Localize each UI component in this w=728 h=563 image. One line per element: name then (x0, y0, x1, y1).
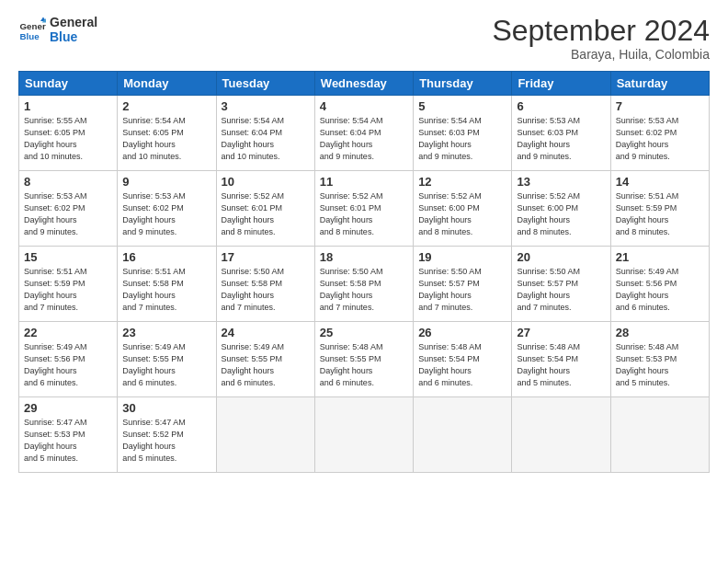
week-row-5: 29 Sunrise: 5:47 AMSunset: 5:53 PMDaylig… (19, 397, 710, 473)
day-number: 17 (222, 250, 310, 264)
cell-info: Sunrise: 5:53 AMSunset: 6:02 PMDaylight … (24, 191, 87, 236)
logo: General Blue General Blue (18, 15, 97, 44)
day-number: 18 (320, 250, 408, 264)
cell-info: Sunrise: 5:51 AMSunset: 5:58 PMDaylight … (122, 267, 186, 312)
cell-info: Sunrise: 5:49 AMSunset: 5:56 PMDaylight … (24, 342, 87, 387)
logo-icon: General Blue (18, 16, 46, 43)
cell-info: Sunrise: 5:50 AMSunset: 5:58 PMDaylight … (222, 267, 285, 312)
calendar-cell: 25 Sunrise: 5:48 AMSunset: 5:55 PMDaylig… (314, 322, 413, 397)
calendar-cell: 4 Sunrise: 5:54 AMSunset: 6:04 PMDayligh… (314, 96, 413, 171)
calendar-cell: 9 Sunrise: 5:53 AMSunset: 6:02 PMDayligh… (118, 171, 216, 247)
day-number: 27 (517, 326, 605, 339)
day-number: 3 (222, 99, 310, 113)
calendar-cell: 22 Sunrise: 5:49 AMSunset: 5:56 PMDaylig… (19, 322, 118, 397)
cell-info: Sunrise: 5:54 AMSunset: 6:04 PMDaylight … (320, 116, 383, 161)
day-number: 19 (418, 250, 506, 264)
cell-info: Sunrise: 5:47 AMSunset: 5:52 PMDaylight … (122, 418, 186, 463)
col-header-monday: Monday (118, 72, 216, 96)
cell-info: Sunrise: 5:54 AMSunset: 6:04 PMDaylight … (222, 116, 285, 161)
calendar-cell: 27 Sunrise: 5:48 AMSunset: 5:54 PMDaylig… (512, 322, 610, 397)
cell-info: Sunrise: 5:52 AMSunset: 6:00 PMDaylight … (418, 191, 482, 236)
svg-text:General: General (20, 21, 47, 31)
cell-info: Sunrise: 5:52 AMSunset: 6:00 PMDaylight … (517, 191, 580, 236)
day-number: 11 (320, 175, 408, 189)
calendar-cell: 16 Sunrise: 5:51 AMSunset: 5:58 PMDaylig… (118, 247, 216, 322)
calendar-cell: 13 Sunrise: 5:52 AMSunset: 6:00 PMDaylig… (512, 171, 610, 247)
cell-info: Sunrise: 5:51 AMSunset: 5:59 PMDaylight … (616, 191, 679, 236)
svg-text:Blue: Blue (20, 31, 40, 41)
col-header-tuesday: Tuesday (216, 72, 314, 96)
day-number: 24 (222, 326, 310, 339)
calendar-table: SundayMondayTuesdayWednesdayThursdayFrid… (18, 71, 710, 473)
calendar-cell: 17 Sunrise: 5:50 AMSunset: 5:58 PMDaylig… (216, 247, 314, 322)
week-row-3: 15 Sunrise: 5:51 AMSunset: 5:59 PMDaylig… (19, 247, 710, 322)
calendar-cell (610, 397, 709, 473)
cell-info: Sunrise: 5:50 AMSunset: 5:57 PMDaylight … (517, 267, 580, 312)
day-number: 26 (418, 326, 506, 339)
calendar-cell (414, 397, 512, 473)
calendar-cell: 15 Sunrise: 5:51 AMSunset: 5:59 PMDaylig… (19, 247, 118, 322)
calendar-cell: 24 Sunrise: 5:49 AMSunset: 5:55 PMDaylig… (216, 322, 314, 397)
calendar-cell: 7 Sunrise: 5:53 AMSunset: 6:02 PMDayligh… (610, 96, 709, 171)
day-number: 7 (616, 99, 704, 113)
calendar-cell: 1 Sunrise: 5:55 AMSunset: 6:05 PMDayligh… (19, 96, 118, 171)
col-header-sunday: Sunday (19, 72, 118, 96)
day-number: 4 (320, 99, 408, 113)
calendar-header-row: SundayMondayTuesdayWednesdayThursdayFrid… (19, 72, 710, 96)
cell-info: Sunrise: 5:49 AMSunset: 5:56 PMDaylight … (616, 267, 679, 312)
day-number: 1 (24, 99, 112, 113)
logo-line2: Blue (50, 29, 97, 44)
day-number: 16 (122, 250, 210, 264)
calendar-cell: 23 Sunrise: 5:49 AMSunset: 5:55 PMDaylig… (118, 322, 216, 397)
cell-info: Sunrise: 5:50 AMSunset: 5:57 PMDaylight … (418, 267, 482, 312)
cell-info: Sunrise: 5:53 AMSunset: 6:02 PMDaylight … (122, 191, 186, 236)
cell-info: Sunrise: 5:50 AMSunset: 5:58 PMDaylight … (320, 267, 383, 312)
cell-info: Sunrise: 5:53 AMSunset: 6:03 PMDaylight … (517, 116, 580, 161)
cell-info: Sunrise: 5:49 AMSunset: 5:55 PMDaylight … (222, 342, 285, 387)
col-header-thursday: Thursday (414, 72, 512, 96)
cell-info: Sunrise: 5:55 AMSunset: 6:05 PMDaylight … (24, 116, 87, 161)
cell-info: Sunrise: 5:48 AMSunset: 5:54 PMDaylight … (418, 342, 482, 387)
location-subtitle: Baraya, Huila, Colombia (492, 47, 710, 62)
calendar-cell: 21 Sunrise: 5:49 AMSunset: 5:56 PMDaylig… (610, 247, 709, 322)
cell-info: Sunrise: 5:48 AMSunset: 5:53 PMDaylight … (616, 342, 679, 387)
day-number: 29 (24, 401, 112, 415)
header: General Blue General Blue September 2024… (18, 15, 710, 62)
cell-info: Sunrise: 5:54 AMSunset: 6:03 PMDaylight … (418, 116, 482, 161)
col-header-saturday: Saturday (610, 72, 709, 96)
calendar-cell: 2 Sunrise: 5:54 AMSunset: 6:05 PMDayligh… (118, 96, 216, 171)
calendar-cell: 30 Sunrise: 5:47 AMSunset: 5:52 PMDaylig… (118, 397, 216, 473)
day-number: 23 (122, 326, 210, 339)
cell-info: Sunrise: 5:52 AMSunset: 6:01 PMDaylight … (320, 191, 383, 236)
calendar-cell (512, 397, 610, 473)
week-row-1: 1 Sunrise: 5:55 AMSunset: 6:05 PMDayligh… (19, 96, 710, 171)
day-number: 30 (122, 401, 210, 415)
day-number: 8 (24, 175, 112, 189)
col-header-wednesday: Wednesday (314, 72, 413, 96)
calendar-cell: 26 Sunrise: 5:48 AMSunset: 5:54 PMDaylig… (414, 322, 512, 397)
calendar-cell: 3 Sunrise: 5:54 AMSunset: 6:04 PMDayligh… (216, 96, 314, 171)
calendar-cell: 20 Sunrise: 5:50 AMSunset: 5:57 PMDaylig… (512, 247, 610, 322)
day-number: 25 (320, 326, 408, 339)
day-number: 12 (418, 175, 506, 189)
day-number: 28 (616, 326, 704, 339)
calendar-cell: 8 Sunrise: 5:53 AMSunset: 6:02 PMDayligh… (19, 171, 118, 247)
calendar-cell: 29 Sunrise: 5:47 AMSunset: 5:53 PMDaylig… (19, 397, 118, 473)
day-number: 9 (122, 175, 210, 189)
col-header-friday: Friday (512, 72, 610, 96)
day-number: 14 (616, 175, 704, 189)
cell-info: Sunrise: 5:51 AMSunset: 5:59 PMDaylight … (24, 267, 87, 312)
cell-info: Sunrise: 5:52 AMSunset: 6:01 PMDaylight … (222, 191, 285, 236)
day-number: 20 (517, 250, 605, 264)
calendar-cell: 18 Sunrise: 5:50 AMSunset: 5:58 PMDaylig… (314, 247, 413, 322)
calendar-cell: 6 Sunrise: 5:53 AMSunset: 6:03 PMDayligh… (512, 96, 610, 171)
logo-line1: General (50, 15, 97, 29)
calendar-cell: 12 Sunrise: 5:52 AMSunset: 6:00 PMDaylig… (414, 171, 512, 247)
day-number: 6 (517, 99, 605, 113)
cell-info: Sunrise: 5:48 AMSunset: 5:55 PMDaylight … (320, 342, 383, 387)
day-number: 22 (24, 326, 112, 339)
calendar-cell: 5 Sunrise: 5:54 AMSunset: 6:03 PMDayligh… (414, 96, 512, 171)
cell-info: Sunrise: 5:49 AMSunset: 5:55 PMDaylight … (122, 342, 186, 387)
calendar-cell: 10 Sunrise: 5:52 AMSunset: 6:01 PMDaylig… (216, 171, 314, 247)
title-area: September 2024 Baraya, Huila, Colombia (492, 15, 710, 62)
